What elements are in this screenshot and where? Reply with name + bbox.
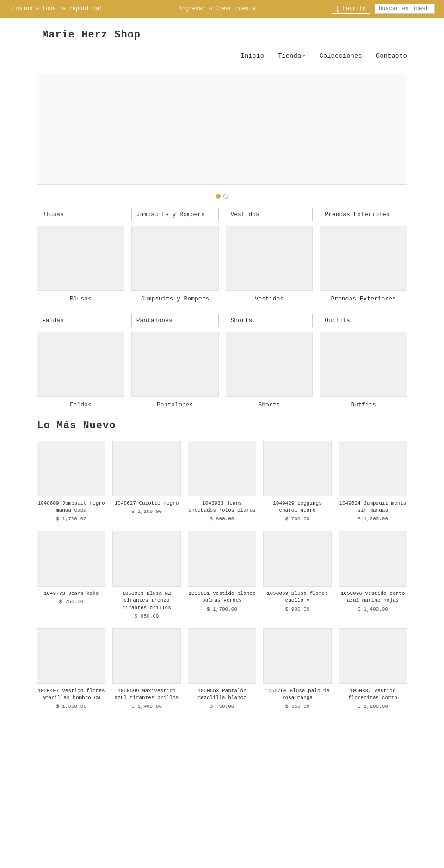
product-card[interactable]: 1050768 Blusa palo de rosa manga $ 650.0…: [263, 628, 332, 709]
product-card[interactable]: 1050096 Vestido corto azul marino hojas …: [339, 531, 407, 619]
product-card[interactable]: 1050069 Blusa flores cuello V $ 900.00: [263, 531, 332, 619]
category-img-prendas[interactable]: [320, 226, 407, 291]
product-price: $ 1,700.00: [188, 606, 256, 612]
product-card[interactable]: 1048609 Jumpsuit negro manga capa $ 1,70…: [37, 441, 105, 522]
category-footer-vestidos: Vestidos: [226, 293, 313, 305]
product-card[interactable]: 1049624 Jumpsuit menta sin mangas $ 1,20…: [339, 441, 407, 522]
search-input[interactable]: [375, 4, 435, 14]
category-footer-labels-row1: Blusas Jumpsuits y Rompers Vestidos Pren…: [37, 293, 407, 305]
product-card[interactable]: 1050887 Vestido florecitas corto $ 1,200…: [339, 628, 407, 709]
product-card[interactable]: 1048933 Jeans entubados rotos claros $ 8…: [188, 441, 256, 522]
product-image: [112, 441, 181, 496]
category-box-faldas[interactable]: Faldas: [37, 314, 124, 327]
product-card[interactable]: 1050051 Vestido blanco palmas verdes $ 1…: [188, 531, 256, 619]
cart-button[interactable]: [ Carrito: [332, 4, 370, 14]
top-right-actions: [ Carrito: [332, 4, 435, 14]
auth-links: Ingresar o Crear cuenta: [179, 6, 256, 12]
product-name: 1050653 Pantalón mezclilla blanco: [188, 687, 256, 702]
product-image: [263, 531, 332, 587]
product-name: 1048609 Jumpsuit negro manga capa: [37, 500, 105, 514]
category-box-blusas[interactable]: Blusas: [37, 208, 124, 221]
product-price: $ 1,200.00: [339, 516, 407, 522]
product-price: $ 1,400.00: [112, 704, 181, 709]
product-card[interactable]: 1050599 Maxivestido azul tirantes brillo…: [112, 628, 181, 709]
nav-inicio[interactable]: Inicio: [240, 52, 264, 60]
product-card[interactable]: 1048627 Culotte negro $ 1,100.00: [112, 441, 181, 522]
product-image: [37, 441, 105, 496]
product-image: [339, 628, 407, 684]
category-section-1: Blusas Jumpsuits y Rompers Vestidos Pren…: [37, 208, 407, 305]
nav-colecciones[interactable]: Colecciones: [319, 52, 362, 60]
products-grid-row2: 1049773 Jeans koko $ 750.00 1050003 Blus…: [37, 531, 407, 619]
product-name: 1050051 Vestido blanco palmas verdes: [188, 590, 256, 605]
product-name: 1049624 Jumpsuit menta sin mangas: [339, 500, 407, 514]
category-section-2: Faldas Pantalones Shorts Outfits Faldas …: [37, 314, 407, 411]
product-image: [339, 441, 407, 496]
product-name: 1050887 Vestido florecitas corto: [339, 687, 407, 702]
products-grid-row3: 1050407 Vestido flores amarillas hombro …: [37, 628, 407, 709]
product-price: $ 1,600.00: [37, 704, 105, 709]
category-img-shorts[interactable]: [226, 332, 313, 397]
product-name: 1050003 Blusa NZ tirantes trenza tirante…: [112, 590, 181, 612]
product-name: 1048627 Culotte negro: [112, 500, 181, 507]
or-separator: o: [209, 6, 212, 12]
shipping-text: ¡Envíos a toda la república!: [9, 6, 103, 12]
product-card[interactable]: 1049773 Jeans koko $ 750.00: [37, 531, 105, 619]
product-card[interactable]: 1050407 Vestido flores amarillas hombro …: [37, 628, 105, 709]
product-price: $ 1,200.00: [339, 704, 407, 709]
category-img-faldas[interactable]: [37, 332, 124, 397]
site-title[interactable]: Marie Herz Shop: [37, 27, 407, 43]
category-img-outfits[interactable]: [320, 332, 407, 397]
hero-dot-1[interactable]: [216, 194, 221, 199]
category-footer-labels-row2: Faldas Pantalones Shorts Outfits: [37, 399, 407, 411]
product-name: 1050768 Blusa palo de rosa manga: [263, 687, 332, 702]
product-image: [37, 628, 105, 684]
product-image: [188, 441, 256, 496]
product-price: $ 650.00: [263, 704, 332, 709]
category-img-jumpsuits[interactable]: [131, 226, 219, 291]
product-price: $ 750.00: [37, 599, 105, 605]
header: Marie Herz Shop Inicio Tienda Coleccione…: [0, 18, 444, 64]
category-labels-row2: Faldas Pantalones Shorts Outfits: [37, 314, 407, 327]
product-price: $ 900.00: [263, 606, 332, 612]
navigation: Inicio Tienda Colecciones Contacto: [37, 52, 407, 60]
category-img-vestidos[interactable]: [226, 226, 313, 291]
nav-tienda[interactable]: Tienda: [278, 52, 305, 60]
product-name: 1050407 Vestido flores amarillas hombro …: [37, 687, 105, 702]
product-image: [263, 628, 332, 684]
products-grid-row1: 1048609 Jumpsuit negro manga capa $ 1,70…: [37, 441, 407, 522]
hero-slider: [37, 74, 407, 185]
product-image: [263, 441, 332, 496]
hero-dots: [0, 194, 444, 199]
category-images-row1: [37, 226, 407, 291]
product-card[interactable]: 1050003 Blusa NZ tirantes trenza tirante…: [112, 531, 181, 619]
category-box-prendas[interactable]: Prendas Exteriores: [320, 208, 407, 221]
top-bar: ¡Envíos a toda la república! Ingresar o …: [0, 0, 444, 18]
product-image: [37, 531, 105, 587]
category-footer-blusas: Blusas: [37, 293, 124, 305]
category-footer-jumpsuits: Jumpsuits y Rompers: [131, 293, 219, 305]
category-box-vestidos[interactable]: Vestidos: [226, 208, 313, 221]
product-image: [188, 628, 256, 684]
category-img-pantalones[interactable]: [131, 332, 219, 397]
nav-contacto[interactable]: Contacto: [376, 52, 407, 60]
product-price: $ 1,400.00: [339, 606, 407, 612]
product-image: [112, 531, 181, 587]
category-img-blusas[interactable]: [37, 226, 124, 291]
product-price: $ 700.00: [263, 516, 332, 522]
register-link[interactable]: Crear cuenta: [216, 6, 255, 12]
login-link[interactable]: Ingresar: [179, 6, 206, 12]
product-name: 1050096 Vestido corto azul marino hojas: [339, 590, 407, 605]
product-card[interactable]: 1049429 Leggings charol negro $ 700.00: [263, 441, 332, 522]
new-section-title: Lo Más Nuevo: [37, 420, 407, 431]
category-footer-outfits: Outfits: [320, 399, 407, 411]
product-image: [188, 531, 256, 587]
category-box-outfits[interactable]: Outfits: [320, 314, 407, 327]
category-box-shorts[interactable]: Shorts: [226, 314, 313, 327]
hero-dot-2[interactable]: [223, 194, 228, 199]
category-box-pantalones[interactable]: Pantalones: [131, 314, 219, 327]
product-name: 1048933 Jeans entubados rotos claros: [188, 500, 256, 514]
product-card[interactable]: 1050653 Pantalón mezclilla blanco $ 750.…: [188, 628, 256, 709]
category-box-jumpsuits[interactable]: Jumpsuits y Rompers: [131, 208, 219, 221]
category-footer-shorts: Shorts: [226, 399, 313, 411]
